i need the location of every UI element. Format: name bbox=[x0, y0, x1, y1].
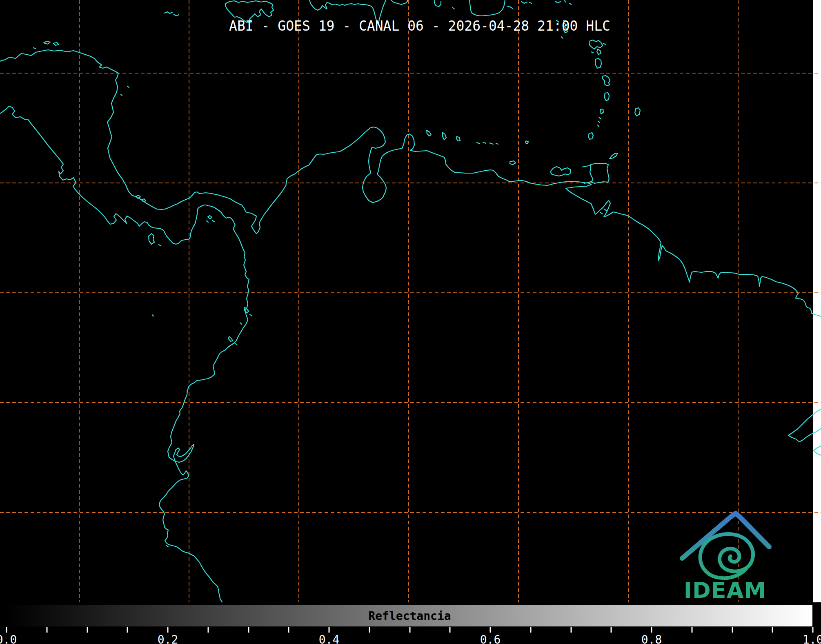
tick-mark bbox=[409, 627, 410, 633]
colorbar-label: Reflectancia bbox=[7, 605, 812, 626]
tick-mark bbox=[611, 627, 612, 633]
tick-mark bbox=[167, 627, 169, 633]
tick-mark bbox=[87, 627, 88, 633]
map-viewport: IDEAM ABI - GOES 19 - CANAL 06 - 2026-04… bbox=[0, 0, 821, 644]
colorbar: Reflectancia bbox=[7, 605, 813, 627]
tick-mark bbox=[449, 627, 451, 633]
map-title: ABI - GOES 19 - CANAL 06 - 2026-04-28 21… bbox=[229, 18, 610, 34]
satellite-background bbox=[0, 0, 821, 602]
tick-label: 0.0 bbox=[0, 633, 17, 644]
tick-mark bbox=[207, 627, 209, 633]
satellite-image: IDEAM bbox=[0, 0, 821, 602]
tick-mark bbox=[691, 627, 692, 633]
space-edge-band bbox=[813, 0, 821, 602]
tick-mark bbox=[490, 627, 491, 633]
colorbar-ticks bbox=[7, 627, 813, 633]
tick-mark bbox=[288, 627, 289, 633]
tick-label: 0.4 bbox=[319, 633, 340, 644]
tick-mark bbox=[369, 627, 370, 633]
tick-label: 0.6 bbox=[480, 633, 501, 644]
tick-mark bbox=[812, 627, 814, 633]
tick-mark bbox=[46, 627, 47, 633]
colorbar-tick-labels: 0.00.20.40.60.81.0 bbox=[7, 633, 813, 644]
tick-label: 1.0 bbox=[803, 633, 821, 644]
tick-label: 0.8 bbox=[641, 633, 662, 644]
tick-mark bbox=[570, 627, 572, 633]
tick-mark bbox=[329, 627, 330, 633]
tick-mark bbox=[127, 627, 128, 633]
tick-mark bbox=[772, 627, 773, 633]
logo-wordmark: IDEAM bbox=[684, 577, 766, 602]
tick-mark bbox=[651, 627, 652, 633]
tick-mark bbox=[6, 627, 7, 633]
tick-mark bbox=[530, 627, 531, 633]
tick-mark bbox=[732, 627, 733, 633]
tick-mark bbox=[248, 627, 249, 633]
tick-label: 0.2 bbox=[158, 633, 178, 644]
